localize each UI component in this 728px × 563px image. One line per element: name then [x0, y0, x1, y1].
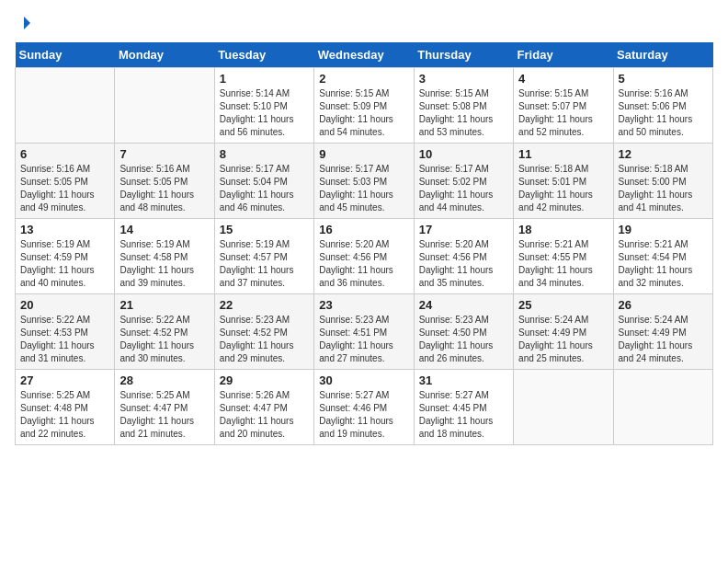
day-number: 11: [518, 147, 608, 161]
day-info: Sunrise: 5:25 AMSunset: 4:48 PMDaylight:…: [20, 389, 109, 441]
day-number: 7: [119, 147, 209, 161]
day-number: 12: [619, 147, 708, 161]
day-number: 9: [319, 147, 408, 161]
calendar-cell: 19Sunrise: 5:21 AMSunset: 4:54 PMDayligh…: [613, 219, 712, 294]
calendar-cell: 29Sunrise: 5:26 AMSunset: 4:47 PMDayligh…: [214, 370, 313, 445]
calendar-cell: 17Sunrise: 5:20 AMSunset: 4:56 PMDayligh…: [414, 219, 513, 294]
day-info: Sunrise: 5:21 AMSunset: 4:55 PMDaylight:…: [518, 238, 608, 290]
day-number: 15: [220, 223, 309, 236]
calendar-day-header: Saturday: [613, 42, 712, 68]
day-number: 17: [419, 223, 508, 236]
day-number: 6: [20, 147, 109, 161]
calendar-day-header: Friday: [514, 42, 613, 68]
calendar-cell: 20Sunrise: 5:22 AMSunset: 4:53 PMDayligh…: [16, 294, 115, 370]
calendar-day-header: Thursday: [414, 42, 513, 68]
calendar-day-header: Sunday: [16, 42, 115, 68]
day-info: Sunrise: 5:16 AMSunset: 5:05 PMDaylight:…: [20, 163, 109, 214]
day-info: Sunrise: 5:23 AMSunset: 4:51 PMDaylight:…: [319, 314, 408, 365]
day-info: Sunrise: 5:14 AMSunset: 5:10 PMDaylight:…: [220, 87, 309, 139]
day-info: Sunrise: 5:15 AMSunset: 5:08 PMDaylight:…: [419, 87, 508, 139]
calendar-cell: 5Sunrise: 5:16 AMSunset: 5:06 PMDaylight…: [613, 68, 712, 144]
day-number: 8: [220, 147, 309, 161]
day-info: Sunrise: 5:20 AMSunset: 4:56 PMDaylight:…: [419, 238, 508, 290]
day-number: 24: [419, 298, 508, 312]
day-number: 5: [619, 72, 708, 86]
day-info: Sunrise: 5:16 AMSunset: 5:06 PMDaylight:…: [619, 87, 708, 139]
calendar-cell: 3Sunrise: 5:15 AMSunset: 5:08 PMDaylight…: [414, 68, 513, 144]
day-number: 28: [119, 373, 209, 387]
day-info: Sunrise: 5:24 AMSunset: 4:49 PMDaylight:…: [518, 314, 608, 365]
day-info: Sunrise: 5:19 AMSunset: 4:58 PMDaylight:…: [119, 238, 209, 290]
calendar-header-row: SundayMondayTuesdayWednesdayThursdayFrid…: [16, 42, 713, 68]
calendar-week-row: 13Sunrise: 5:19 AMSunset: 4:59 PMDayligh…: [16, 219, 713, 294]
calendar-cell: 23Sunrise: 5:23 AMSunset: 4:51 PMDayligh…: [314, 294, 414, 370]
day-info: Sunrise: 5:27 AMSunset: 4:45 PMDaylight:…: [419, 389, 508, 441]
calendar-cell: 26Sunrise: 5:24 AMSunset: 4:49 PMDayligh…: [613, 294, 712, 370]
day-number: 4: [518, 72, 608, 86]
day-number: 23: [319, 298, 408, 312]
day-number: 10: [419, 147, 508, 161]
day-info: Sunrise: 5:18 AMSunset: 5:00 PMDaylight:…: [619, 163, 708, 214]
calendar-cell: 30Sunrise: 5:27 AMSunset: 4:46 PMDayligh…: [314, 370, 414, 445]
calendar-cell: 7Sunrise: 5:16 AMSunset: 5:05 PMDaylight…: [115, 144, 214, 219]
calendar-cell: [613, 370, 712, 445]
day-number: 14: [119, 223, 209, 236]
day-info: Sunrise: 5:15 AMSunset: 5:07 PMDaylight:…: [518, 87, 608, 139]
day-info: Sunrise: 5:17 AMSunset: 5:02 PMDaylight:…: [419, 163, 508, 214]
calendar-cell: 15Sunrise: 5:19 AMSunset: 4:57 PMDayligh…: [214, 219, 313, 294]
calendar-table: SundayMondayTuesdayWednesdayThursdayFrid…: [15, 42, 713, 445]
day-info: Sunrise: 5:19 AMSunset: 4:59 PMDaylight:…: [20, 238, 109, 290]
calendar-cell: 18Sunrise: 5:21 AMSunset: 4:55 PMDayligh…: [514, 219, 613, 294]
calendar-cell: 9Sunrise: 5:17 AMSunset: 5:03 PMDaylight…: [314, 144, 414, 219]
day-info: Sunrise: 5:25 AMSunset: 4:47 PMDaylight:…: [119, 389, 209, 441]
day-number: 16: [319, 223, 408, 236]
page-container: SundayMondayTuesdayWednesdayThursdayFrid…: [0, 0, 728, 460]
day-number: 30: [319, 373, 408, 387]
day-info: Sunrise: 5:18 AMSunset: 5:01 PMDaylight:…: [518, 163, 608, 214]
day-number: 21: [119, 298, 209, 312]
day-number: 1: [220, 72, 309, 86]
calendar-cell: 13Sunrise: 5:19 AMSunset: 4:59 PMDayligh…: [16, 219, 115, 294]
day-info: Sunrise: 5:15 AMSunset: 5:09 PMDaylight:…: [319, 87, 408, 139]
calendar-cell: [115, 68, 214, 144]
day-info: Sunrise: 5:17 AMSunset: 5:03 PMDaylight:…: [319, 163, 408, 214]
calendar-cell: 16Sunrise: 5:20 AMSunset: 4:56 PMDayligh…: [314, 219, 414, 294]
calendar-day-header: Tuesday: [214, 42, 313, 68]
day-info: Sunrise: 5:19 AMSunset: 4:57 PMDaylight:…: [220, 238, 309, 290]
day-info: Sunrise: 5:24 AMSunset: 4:49 PMDaylight:…: [619, 314, 708, 365]
calendar-cell: 4Sunrise: 5:15 AMSunset: 5:07 PMDaylight…: [514, 68, 613, 144]
day-info: Sunrise: 5:23 AMSunset: 4:50 PMDaylight:…: [419, 314, 508, 365]
calendar-cell: [514, 370, 613, 445]
day-info: Sunrise: 5:22 AMSunset: 4:53 PMDaylight:…: [20, 314, 109, 365]
day-number: 20: [20, 298, 109, 312]
calendar-week-row: 20Sunrise: 5:22 AMSunset: 4:53 PMDayligh…: [16, 294, 713, 370]
calendar-cell: 21Sunrise: 5:22 AMSunset: 4:52 PMDayligh…: [115, 294, 214, 370]
day-number: 13: [20, 223, 109, 236]
day-number: 2: [319, 72, 408, 86]
calendar-cell: 25Sunrise: 5:24 AMSunset: 4:49 PMDayligh…: [514, 294, 613, 370]
calendar-week-row: 6Sunrise: 5:16 AMSunset: 5:05 PMDaylight…: [16, 144, 713, 219]
day-number: 31: [419, 373, 508, 387]
logo: [15, 15, 33, 31]
calendar-cell: 8Sunrise: 5:17 AMSunset: 5:04 PMDaylight…: [214, 144, 313, 219]
page-header: [15, 15, 713, 31]
calendar-day-header: Wednesday: [314, 42, 414, 68]
day-number: 22: [220, 298, 309, 312]
svg-marker-0: [24, 17, 30, 29]
day-number: 29: [220, 373, 309, 387]
day-number: 18: [518, 223, 608, 236]
logo-flag-icon: [16, 15, 32, 31]
calendar-cell: 1Sunrise: 5:14 AMSunset: 5:10 PMDaylight…: [214, 68, 313, 144]
calendar-week-row: 27Sunrise: 5:25 AMSunset: 4:48 PMDayligh…: [16, 370, 713, 445]
calendar-cell: 6Sunrise: 5:16 AMSunset: 5:05 PMDaylight…: [16, 144, 115, 219]
day-number: 27: [20, 373, 109, 387]
day-number: 3: [419, 72, 508, 86]
day-number: 19: [619, 223, 708, 236]
day-info: Sunrise: 5:22 AMSunset: 4:52 PMDaylight:…: [119, 314, 209, 365]
day-info: Sunrise: 5:17 AMSunset: 5:04 PMDaylight:…: [220, 163, 309, 214]
day-info: Sunrise: 5:20 AMSunset: 4:56 PMDaylight:…: [319, 238, 408, 290]
calendar-cell: 12Sunrise: 5:18 AMSunset: 5:00 PMDayligh…: [613, 144, 712, 219]
day-number: 25: [518, 298, 608, 312]
calendar-cell: [16, 68, 115, 144]
day-info: Sunrise: 5:21 AMSunset: 4:54 PMDaylight:…: [619, 238, 708, 290]
